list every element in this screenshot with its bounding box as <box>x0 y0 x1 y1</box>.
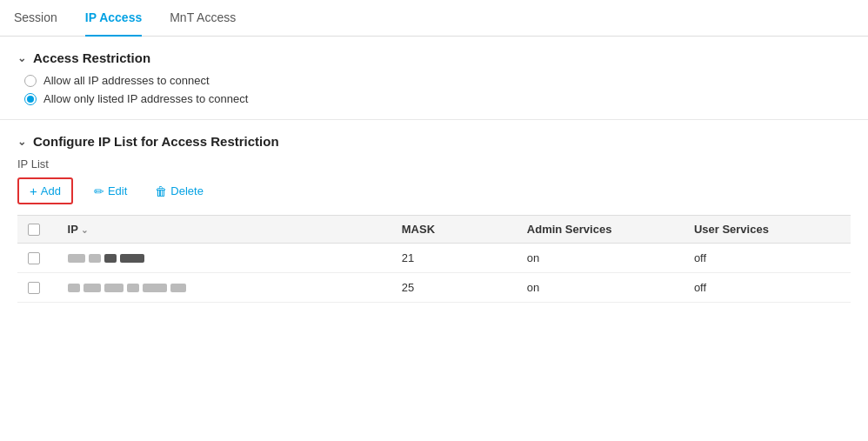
row2-checkbox[interactable] <box>28 282 40 294</box>
tab-session[interactable]: Session <box>14 0 57 37</box>
row1-mask: 21 <box>391 244 517 273</box>
table-row: 21 on off <box>17 244 851 273</box>
ip-list-section-title: Configure IP List for Access Restriction <box>33 134 279 149</box>
ip-block <box>83 284 101 292</box>
row2-ip <box>57 273 391 303</box>
row2-user: off <box>684 273 851 303</box>
ip-block <box>127 284 139 292</box>
radio-circle-allow-listed[interactable] <box>24 93 37 105</box>
access-restriction-header: ⌄ Access Restriction <box>17 50 851 65</box>
sort-icon: ⌄ <box>81 225 88 235</box>
radio-allow-all[interactable]: Allow all IP addresses to connect <box>24 74 851 87</box>
radio-allow-listed[interactable]: Allow only listed IP addresses to connec… <box>24 92 851 105</box>
delete-button[interactable]: 🗑 Delete <box>148 181 210 202</box>
row1-admin: on <box>517 244 684 273</box>
ip-block <box>104 254 117 263</box>
header-checkbox[interactable] <box>28 224 40 236</box>
col-header-mask: MASK <box>391 216 517 244</box>
tab-ip-access[interactable]: IP Access <box>85 0 142 37</box>
table-row: 25 on off <box>17 273 851 303</box>
tab-mnt-access[interactable]: MnT Access <box>170 0 236 37</box>
col-header-admin: Admin Services <box>517 216 684 244</box>
row1-user: off <box>684 244 851 273</box>
ip-list-section-header: ⌄ Configure IP List for Access Restricti… <box>17 134 851 149</box>
edit-button-label: Edit <box>108 184 127 197</box>
row2-checkbox-cell <box>17 273 57 303</box>
radio-allow-listed-label: Allow only listed IP addresses to connec… <box>43 92 248 105</box>
radio-group: Allow all IP addresses to connect Allow … <box>24 74 851 105</box>
radio-allow-all-label: Allow all IP addresses to connect <box>43 74 210 87</box>
row1-checkbox[interactable] <box>28 252 40 264</box>
col-header-ip[interactable]: IP ⌄ <box>57 216 391 244</box>
row1-ip-placeholder <box>68 254 381 263</box>
delete-button-label: Delete <box>170 184 204 197</box>
tabs-bar: Session IP Access MnT Access <box>0 0 868 37</box>
ip-list-section: ⌄ Configure IP List for Access Restricti… <box>0 120 868 317</box>
ip-block <box>68 284 80 292</box>
col-header-user: User Services <box>684 216 851 244</box>
ip-table: IP ⌄ MASK Admin Services User Services <box>17 215 851 303</box>
ip-block <box>120 254 144 263</box>
ip-list-chevron-icon: ⌄ <box>17 136 26 148</box>
access-restriction-section: ⌄ Access Restriction Allow all IP addres… <box>0 37 868 120</box>
add-button[interactable]: + Add <box>17 177 73 204</box>
ip-block <box>104 284 124 292</box>
ip-block <box>89 254 101 263</box>
ip-block <box>170 284 186 292</box>
edit-icon: ✏ <box>94 184 104 198</box>
col-ip-label: IP <box>68 223 78 236</box>
delete-icon: 🗑 <box>155 184 167 198</box>
row2-ip-placeholder <box>68 284 381 292</box>
add-button-label: Add <box>41 184 61 197</box>
ip-list-label: IP List <box>17 157 851 170</box>
table-body: 21 on off <box>17 244 851 303</box>
access-restriction-title: Access Restriction <box>33 50 150 65</box>
ip-block <box>143 284 167 292</box>
chevron-icon: ⌄ <box>17 52 26 64</box>
ip-list-toolbar: + Add ✏ Edit 🗑 Delete <box>17 177 851 204</box>
row2-admin: on <box>517 273 684 303</box>
ip-block <box>68 254 85 263</box>
table-header-row: IP ⌄ MASK Admin Services User Services <box>17 216 851 244</box>
radio-circle-allow-all[interactable] <box>24 75 37 87</box>
edit-button[interactable]: ✏ Edit <box>87 181 134 202</box>
row2-mask: 25 <box>391 273 517 303</box>
row1-ip <box>57 244 391 273</box>
row1-checkbox-cell <box>17 244 57 273</box>
plus-icon: + <box>30 184 37 198</box>
col-header-checkbox <box>17 216 57 244</box>
